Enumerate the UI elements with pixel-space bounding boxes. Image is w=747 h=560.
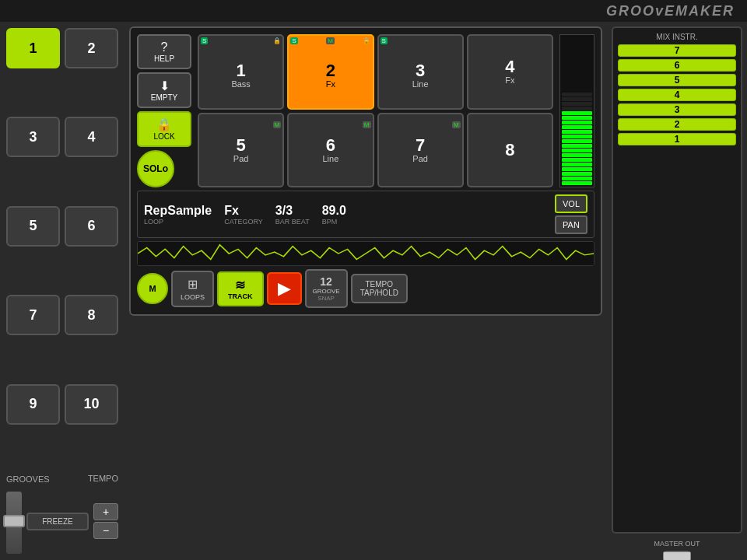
loop-grid: S 🔒 1 Bass S M 🔒 2 Fx [198, 34, 553, 187]
tempo-up-button[interactable]: + [93, 503, 118, 520]
freeze-button[interactable]: FREEZE [26, 513, 89, 530]
groove-snap-section: 12 GROOVE SNAP [305, 269, 348, 308]
loop-cell-2[interactable]: S M 🔒 2 Fx [287, 34, 374, 110]
mute-label: M [149, 284, 156, 293]
loop-cell-8[interactable]: 8 [467, 113, 553, 188]
app-header: GROOvEMAKER [0, 0, 747, 22]
tempo-slider[interactable] [6, 492, 22, 554]
groove-btn-1[interactable]: 1 [6, 28, 60, 68]
loops-button[interactable]: ⊞ LOOPS [171, 271, 214, 307]
groove-btn-6[interactable]: 6 [65, 206, 118, 247]
groove-grid: 1 2 3 4 5 6 7 8 9 10 [6, 28, 118, 468]
mix-cell-2[interactable]: 2 [618, 118, 736, 131]
empty-button[interactable]: ⬇ EMPTY [137, 72, 191, 108]
mute-button[interactable]: M [137, 273, 168, 304]
tempo-down-button[interactable]: − [93, 522, 118, 539]
loop-label: LOOP [144, 218, 212, 226]
groove-btn-9[interactable]: 9 [6, 384, 60, 425]
groove-btn-2[interactable]: 2 [65, 28, 118, 68]
mix-cell-3[interactable]: 3 [618, 103, 736, 116]
groove-btn-8[interactable]: 8 [65, 295, 118, 335]
vol-button[interactable]: VOL [555, 194, 587, 213]
bar-beat-value: 3/3 [275, 204, 310, 218]
play-groove-button[interactable]: ▶ [267, 272, 302, 305]
mix-cell-4[interactable]: 4 [618, 89, 736, 101]
bar-beat-field: 3/3 BAR BEAT [275, 204, 310, 226]
loop-cell-6[interactable]: M 6 Line [287, 113, 374, 188]
category-field: Fx CATEGORY [224, 204, 263, 226]
main-layout: 1 2 3 4 5 6 7 8 9 10 GROOVES TEMPO FREEZ… [0, 22, 747, 560]
bpm-value: 89.0 [322, 204, 346, 218]
loop-name: RepSample [144, 204, 212, 218]
lock-button[interactable]: 🔒 LOCK [137, 111, 191, 147]
sequencer-top: ? HELP ⬇ EMPTY 🔒 LOCK SOLo [137, 34, 594, 187]
app-title: GROOvEMAKER [606, 3, 735, 19]
category-value: Fx [224, 204, 263, 218]
bottom-controls: M ⊞ LOOPS ≋ TRACK ▶ 12 GROOVE SNAP [137, 269, 594, 308]
loop-cell-4[interactable]: 4 Fx [467, 34, 553, 110]
bpm-label: BPM [322, 218, 346, 226]
groove-snap-number: 12 [320, 275, 332, 288]
waveform-display [137, 241, 594, 266]
right-panel: MIX INSTR. 7 6 5 4 3 2 1 MASTER OUT [607, 22, 747, 560]
tempo-controls: + − [93, 503, 118, 539]
grooves-label: GROOVES [6, 474, 50, 484]
mix-cell-5[interactable]: 5 [618, 74, 736, 86]
master-out-label: MASTER OUT [654, 540, 700, 548]
center-panel: ? HELP ⬇ EMPTY 🔒 LOCK SOLo [124, 22, 607, 560]
play-icon: ▶ [278, 278, 291, 299]
master-out-panel: MASTER OUT [612, 537, 742, 555]
info-bar: RepSample LOOP Fx CATEGORY 3/3 BAR BEAT … [137, 191, 594, 238]
master-fader[interactable] [665, 551, 689, 552]
tempo-tap-button[interactable]: TEMPOTAP/HOLD [351, 274, 408, 303]
sequencer: ? HELP ⬇ EMPTY 🔒 LOCK SOLo [129, 26, 602, 316]
groove-btn-5[interactable]: 5 [6, 206, 60, 247]
mix-instr-panel: MIX INSTR. 7 6 5 4 3 2 1 [612, 26, 742, 534]
snap-label: SNAP [317, 295, 335, 302]
loops-icon: ⊞ [188, 277, 198, 292]
pan-button[interactable]: PAN [555, 215, 587, 234]
tempo-label: TEMPO [88, 474, 118, 483]
loop-cell-3[interactable]: S 3 Line [377, 34, 464, 110]
loop-cell-1[interactable]: S 🔒 1 Bass [198, 34, 284, 110]
freeze-tempo-row: FREEZE + − [6, 488, 118, 554]
bar-beat-label: BAR BEAT [275, 218, 310, 226]
bpm-field: 89.0 BPM [322, 204, 346, 226]
track-button[interactable]: ≋ TRACK [217, 271, 264, 306]
groove-btn-7[interactable]: 7 [6, 295, 60, 335]
track-icon: ≋ [235, 278, 245, 292]
tempo-tap-label: TEMPOTAP/HOLD [360, 280, 398, 297]
mix-cell-7[interactable]: 7 [618, 44, 736, 57]
groove-label: GROOVE [313, 288, 340, 295]
mix-instr-grid: 7 6 5 4 3 2 1 [618, 44, 736, 527]
mix-cell-1[interactable]: 1 [618, 133, 736, 145]
help-button[interactable]: ? HELP [137, 34, 191, 69]
loop-name-field: RepSample LOOP [144, 204, 212, 226]
mix-instr-label: MIX INSTR. [618, 33, 736, 41]
left-panel: 1 2 3 4 5 6 7 8 9 10 GROOVES TEMPO FREEZ… [0, 22, 124, 560]
loop-cell-7[interactable]: M 7 Pad [377, 113, 464, 188]
loop-cell-5[interactable]: M 5 Pad [198, 113, 284, 188]
groove-btn-4[interactable]: 4 [65, 117, 118, 157]
solo-button[interactable]: SOLo [137, 150, 174, 187]
vu-meter [559, 34, 594, 187]
groove-btn-3[interactable]: 3 [6, 117, 60, 157]
vol-pan-section: VOL PAN [555, 194, 587, 234]
mix-cell-6[interactable]: 6 [618, 59, 736, 72]
category-label: CATEGORY [224, 218, 263, 226]
control-buttons: ? HELP ⬇ EMPTY 🔒 LOCK SOLo [137, 34, 191, 187]
groove-btn-10[interactable]: 10 [65, 384, 118, 425]
